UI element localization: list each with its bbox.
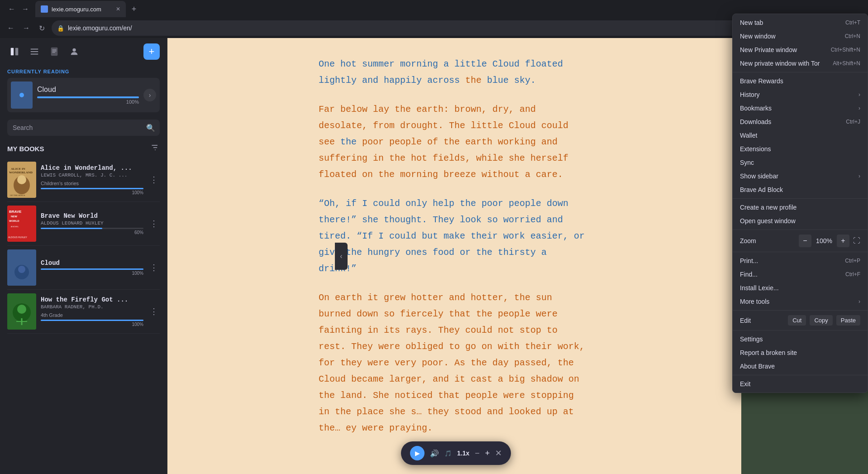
svg-point-27	[18, 266, 25, 273]
audio-player: ▶ 🔊 🎵 1.1x − + ✕	[401, 441, 511, 465]
audio-close-button[interactable]: ✕	[495, 448, 502, 458]
audio-increase-speed[interactable]: +	[485, 449, 490, 458]
menu-item-brave-rewards[interactable]: Brave Rewards	[733, 74, 868, 88]
audio-volume-icon[interactable]: 🔊	[430, 449, 439, 458]
paste-button[interactable]: Paste	[836, 315, 860, 326]
svg-rect-4	[31, 54, 38, 55]
menu-item-label: New Private window	[740, 46, 797, 53]
menu-item-label: Settings	[740, 335, 763, 343]
book-menu-button[interactable]: ⋮	[148, 261, 160, 274]
menu-item-shortcut: Ctrl+Shift+N	[831, 47, 860, 53]
book-cover-alice: ALICE IN WONDERLAND OF THE RINGS	[7, 162, 36, 198]
search-input[interactable]	[7, 120, 160, 136]
svg-text:OF THE RINGS: OF THE RINGS	[10, 194, 25, 196]
svg-text:WORLD: WORLD	[9, 220, 19, 222]
menu-item-new-private[interactable]: New Private window Ctrl+Shift+N	[733, 43, 868, 57]
svg-rect-2	[31, 49, 38, 50]
svg-text:ALICE IN: ALICE IN	[11, 167, 25, 171]
zoom-increase-button[interactable]: +	[837, 235, 849, 247]
zoom-value: 100%	[815, 237, 833, 244]
menu-item-arrow: ›	[858, 173, 860, 179]
menu-item-label: Find...	[740, 271, 758, 278]
menu-item-label: Report a broken site	[740, 349, 797, 356]
menu-item-label: History	[740, 91, 760, 98]
list-item[interactable]: Cloud 100% ⋮	[7, 246, 160, 290]
address-bar[interactable]: 🔒 lexie.omoguru.com/en/ ⚐	[52, 20, 753, 36]
zoom-decrease-button[interactable]: −	[799, 235, 811, 247]
copy-button[interactable]: Copy	[810, 315, 832, 326]
tab-favicon	[41, 5, 48, 13]
list-item[interactable]: ALICE IN WONDERLAND OF THE RINGS Alice i…	[7, 158, 160, 202]
tab-close-button[interactable]: ✕	[116, 6, 120, 12]
back-button[interactable]: ←	[5, 3, 18, 15]
book-menu-button[interactable]: ⋮	[148, 305, 160, 318]
svg-text:ALDOUS HUXLEY: ALDOUS HUXLEY	[8, 236, 28, 239]
sidebar-profile-icon[interactable]	[67, 44, 81, 59]
new-tab-button[interactable]: +	[128, 3, 140, 15]
menu-item-label: Bookmarks	[740, 105, 772, 112]
menu-item-exit[interactable]: Exit	[733, 377, 868, 391]
menu-item-brave-ad-block[interactable]: Brave Ad Block	[733, 183, 868, 196]
zoom-fullscreen-button[interactable]: ⛶	[853, 237, 860, 245]
current-progress-bar	[37, 96, 139, 98]
menu-item-new-tab[interactable]: New tab Ctrl+T	[733, 16, 868, 29]
audio-decrease-speed[interactable]: −	[475, 449, 480, 458]
sidebar-list-icon[interactable]	[27, 44, 42, 59]
forward-button[interactable]: →	[19, 3, 32, 15]
list-item[interactable]: BRAVE NEW WORLD A NOVEL ALDOUS HUXLEY Br…	[7, 202, 160, 246]
svg-rect-5	[51, 48, 58, 56]
menu-item-wallet[interactable]: Wallet	[733, 129, 868, 142]
svg-point-9	[72, 48, 76, 52]
paragraph-3: “Oh, if I could only help the poor peopl…	[319, 196, 590, 277]
audio-play-button[interactable]: ▶	[410, 446, 424, 460]
menu-item-new-private-tor[interactable]: New private window with Tor Alt+Shift+N	[733, 57, 868, 70]
menu-item-sync[interactable]: Sync	[733, 156, 868, 169]
menu-item-new-window[interactable]: New window Ctrl+N	[733, 29, 868, 43]
menu-item-shortcut: Alt+Shift+N	[833, 60, 860, 67]
add-book-button[interactable]: +	[143, 43, 160, 60]
menu-item-extensions[interactable]: Extensions	[733, 142, 868, 156]
menu-item-print[interactable]: Print... Ctrl+P	[733, 254, 868, 268]
menu-item-about-brave[interactable]: About Brave	[733, 359, 868, 373]
current-progress-container: 100%	[37, 96, 139, 105]
menu-edit-row: Edit Cut Copy Paste	[733, 312, 868, 328]
filter-button[interactable]	[151, 143, 160, 154]
menu-item-history[interactable]: History ›	[733, 88, 868, 101]
menu-item-label: Extensions	[740, 145, 771, 153]
toolbar-reload-button[interactable]: ↻	[34, 21, 49, 35]
book-progress: 60%	[41, 228, 143, 235]
current-book-chevron[interactable]: ›	[143, 89, 156, 101]
menu-item-show-sidebar[interactable]: Show sidebar ›	[733, 169, 868, 183]
menu-item-open-guest[interactable]: Open guest window	[733, 214, 868, 228]
sidebar-page-icon[interactable]	[47, 44, 62, 59]
menu-item-more-tools[interactable]: More tools ›	[733, 295, 868, 308]
cut-button[interactable]: Cut	[788, 315, 806, 326]
list-item[interactable]: How the Firefly Got ... BARBARA RADNER, …	[7, 290, 160, 334]
active-tab[interactable]: lexie.omoguru.com ✕	[35, 1, 126, 17]
menu-item-install-lexie[interactable]: Install Lexie...	[733, 281, 868, 295]
book-info: Brave New World ALDOUS LEONARD HUXLEY 60…	[41, 212, 143, 235]
menu-item-bookmarks[interactable]: Bookmarks ›	[733, 101, 868, 115]
book-author: LEWIS CARROLL, MRS. J. C. ...	[41, 172, 143, 178]
menu-item-find[interactable]: Find... Ctrl+F	[733, 268, 868, 281]
sidebar-books-icon[interactable]	[7, 44, 22, 59]
menu-separator	[733, 310, 868, 311]
menu-item-report-broken[interactable]: Report a broken site	[733, 346, 868, 359]
book-progress: 100%	[41, 320, 143, 327]
current-book-item[interactable]: Cloud 100% ›	[7, 78, 160, 112]
menu-item-settings[interactable]: Settings	[733, 332, 868, 346]
sidebar-collapse-button[interactable]: ‹	[335, 243, 348, 270]
svg-text:BRAVE: BRAVE	[9, 210, 22, 214]
menu-item-label: Brave Rewards	[740, 77, 783, 85]
book-menu-button[interactable]: ⋮	[148, 217, 160, 230]
paragraph-1: One hot summer morning a little Cloud fl…	[319, 56, 590, 89]
menu-item-arrow: ›	[858, 91, 860, 98]
menu-separator	[733, 72, 868, 72]
toolbar-forward-button[interactable]: →	[19, 21, 33, 35]
menu-item-label: Create a new profile	[740, 204, 796, 211]
svg-text:NEW: NEW	[11, 215, 17, 218]
menu-item-create-profile[interactable]: Create a new profile	[733, 201, 868, 214]
menu-item-downloads[interactable]: Downloads Ctrl+J	[733, 115, 868, 129]
toolbar-back-button[interactable]: ←	[4, 21, 18, 35]
book-menu-button[interactable]: ⋮	[148, 173, 160, 187]
